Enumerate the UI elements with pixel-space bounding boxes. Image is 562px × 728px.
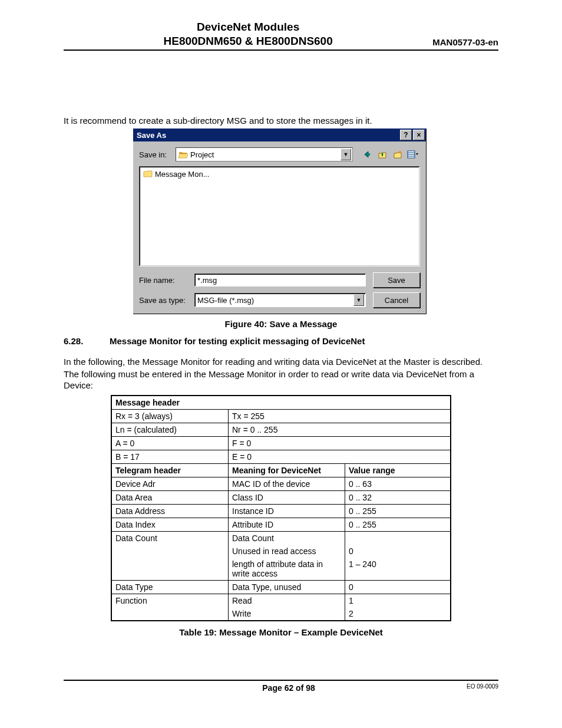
open-folder-icon <box>178 150 188 159</box>
table-row: Data Address Instance ID 0 .. 255 <box>111 504 451 518</box>
cell: A = 0 <box>111 436 229 450</box>
cell <box>345 531 451 545</box>
svg-line-14 <box>424 311 424 312</box>
savetype-label: Save as type: <box>139 296 194 305</box>
cell: Write <box>229 607 345 621</box>
cell: Rx = 3 (always) <box>111 409 229 423</box>
table-row: Data Type Data Type, unused 0 <box>111 580 451 594</box>
table-caption: Table 19: Message Monitor – Example Devi… <box>64 627 498 637</box>
header-line1: DeviceNet Modules <box>64 20 432 34</box>
filename-value: *.msg <box>197 276 217 285</box>
intro-paragraph: It is recommend to create a sub-director… <box>64 116 498 127</box>
cell: Ln = (calculated) <box>111 423 229 436</box>
table-row: B = 17 E = 0 <box>111 450 451 463</box>
dialog-bottom: File name: *.msg Save Save as type: MSG-… <box>139 272 420 308</box>
back-arrow-icon <box>362 150 372 159</box>
section-number: 6.28. <box>64 336 110 346</box>
cell: 0 <box>345 580 451 594</box>
filename-input[interactable]: *.msg <box>194 274 366 286</box>
table-row: A = 0 F = 0 <box>111 436 451 450</box>
cell: Tx = 255 <box>229 409 451 423</box>
cell: E = 0 <box>229 450 451 463</box>
table-row: Data Index Attribute ID 0 .. 255 <box>111 518 451 531</box>
table-row: Telegram header Meaning for DeviceNet Va… <box>111 463 451 477</box>
paragraph: In the following, the Message Monitor fo… <box>64 357 498 368</box>
file-list-pane[interactable]: Message Mon... <box>139 166 420 266</box>
dialog-body: Save in: Project ▼ <box>133 141 426 314</box>
cell: 0 .. 255 <box>345 504 451 518</box>
save-in-label: Save in: <box>139 150 172 159</box>
nav-toolbar <box>360 147 420 162</box>
table-row: Data Area Class ID 0 .. 32 <box>111 490 451 504</box>
save-as-dialog: Save As ? × Save in: Project <box>133 129 427 314</box>
save-in-row: Save in: Project ▼ <box>139 147 420 162</box>
resize-grip[interactable] <box>416 304 425 312</box>
close-icon: × <box>416 131 421 139</box>
dialog-titlebar[interactable]: Save As ? × <box>133 129 426 141</box>
paragraph: The following must be entered in the Mes… <box>64 369 498 391</box>
header-titles: DeviceNet Modules HE800DNM650 & HE800DNS… <box>64 20 432 48</box>
table-row: Rx = 3 (always) Tx = 255 <box>111 409 451 423</box>
up-folder-icon <box>378 150 387 159</box>
cell: 0 .. 255 <box>345 518 451 531</box>
back-button[interactable] <box>360 147 374 162</box>
save-in-value: Project <box>190 150 340 159</box>
close-button[interactable]: × <box>413 130 425 140</box>
cell: F = 0 <box>229 436 451 450</box>
view-icon <box>407 150 419 159</box>
table-row: Ln = (calculated) Nr = 0 .. 255 <box>111 423 451 436</box>
help-button[interactable]: ? <box>400 130 412 140</box>
closed-folder-icon <box>143 169 153 179</box>
cell: 1 – 240 <box>345 558 451 581</box>
header-line2: HE800DNM650 & HE800DNS600 <box>64 34 432 48</box>
section-heading: 6.28. Message Monitor for testing explic… <box>64 336 498 346</box>
cell: Unused in read access <box>229 545 345 558</box>
cell: 1 <box>345 594 451 607</box>
list-item[interactable]: Message Mon... <box>143 169 416 179</box>
chevron-down-icon: ▼ <box>343 151 349 157</box>
cancel-button-label: Cancel <box>385 296 408 305</box>
page-header: DeviceNet Modules HE800DNM650 & HE800DNS… <box>64 20 498 51</box>
page-number: Page 62 of 98 <box>111 683 467 693</box>
save-button-label: Save <box>388 276 405 285</box>
up-one-level-button[interactable] <box>375 147 389 162</box>
document-page: DeviceNet Modules HE800DNM650 & HE800DNS… <box>0 0 562 728</box>
table-header: Telegram header <box>111 463 229 477</box>
table-row: Device Adr MAC ID of the device 0 .. 63 <box>111 477 451 490</box>
message-monitor-table: Message header Rx = 3 (always) Tx = 255 … <box>111 395 451 621</box>
cell: Data Index <box>111 518 229 531</box>
list-item-label: Message Mon... <box>155 170 210 179</box>
cell: 0 .. 32 <box>345 490 451 504</box>
document-eo: EO 09-0009 <box>467 683 498 690</box>
dialog-title: Save As <box>137 131 399 140</box>
filename-label: File name: <box>139 276 194 285</box>
resize-grip-icon <box>416 304 425 312</box>
save-button[interactable]: Save <box>373 272 420 288</box>
dropdown-button[interactable]: ▼ <box>340 149 351 160</box>
table-header: Message header <box>111 396 451 410</box>
filename-row: File name: *.msg Save <box>139 272 420 288</box>
cell: B = 17 <box>111 450 229 463</box>
page-footer: Page 62 of 98 EO 09-0009 <box>64 680 498 693</box>
savetype-dropdown[interactable]: MSG-file (*.msg) ▼ <box>194 293 366 307</box>
new-folder-button[interactable] <box>391 147 405 162</box>
section-title: Message Monitor for testing explicit mes… <box>110 336 365 346</box>
help-icon: ? <box>404 131 408 139</box>
chevron-down-icon: ▼ <box>356 297 362 303</box>
cell: 2 <box>345 607 451 621</box>
cell: Read <box>229 594 345 607</box>
savetype-value: MSG-file (*.msg) <box>197 296 353 305</box>
savetype-row: Save as type: MSG-file (*.msg) ▼ Cancel <box>139 292 420 308</box>
cell: Nr = 0 .. 255 <box>229 423 451 436</box>
dropdown-button[interactable]: ▼ <box>353 294 364 306</box>
view-menu-button[interactable] <box>406 147 420 162</box>
cell: Device Adr <box>111 477 229 490</box>
cancel-button[interactable]: Cancel <box>373 292 420 308</box>
cell: 0 .. 63 <box>345 477 451 490</box>
svg-rect-0 <box>368 153 370 156</box>
cell: Data Area <box>111 490 229 504</box>
cell: Data Type, unused <box>229 580 345 594</box>
save-in-dropdown[interactable]: Project ▼ <box>176 147 353 162</box>
manual-number: MAN0577-03-en <box>432 37 498 48</box>
cell: Class ID <box>229 490 345 504</box>
